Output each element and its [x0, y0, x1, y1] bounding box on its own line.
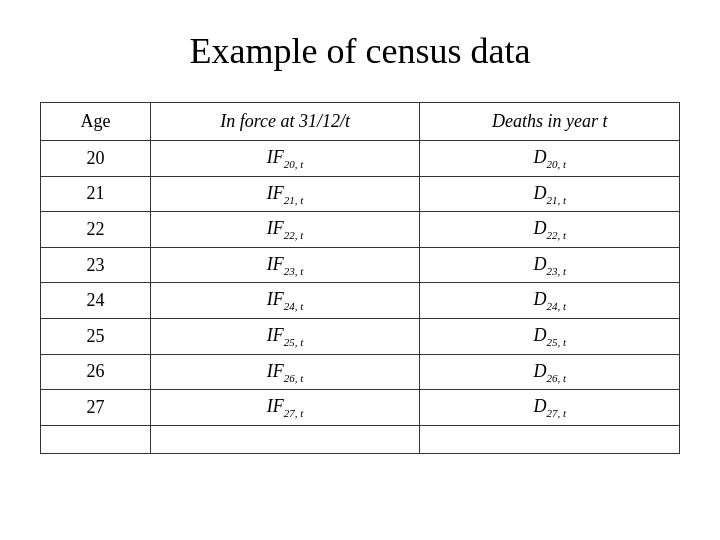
if-cell: IF21, t [150, 176, 420, 212]
d-cell: D27, t [420, 390, 680, 426]
col-header-age: Age [41, 103, 151, 141]
if-cell: IF25, t [150, 318, 420, 354]
if-cell: IF26, t [150, 354, 420, 390]
age-cell: 23 [41, 247, 151, 283]
d-cell: D23, t [420, 247, 680, 283]
table-row: 27IF27, tD27, t [41, 390, 680, 426]
d-cell: D20, t [420, 141, 680, 177]
age-cell: 22 [41, 212, 151, 248]
if-cell: IF24, t [150, 283, 420, 319]
table-row: 20IF20, tD20, t [41, 141, 680, 177]
d-cell: D22, t [420, 212, 680, 248]
table-row: 21IF21, tD21, t [41, 176, 680, 212]
d-cell: D24, t [420, 283, 680, 319]
age-cell: 26 [41, 354, 151, 390]
table-empty-row [41, 425, 680, 453]
if-cell: IF27, t [150, 390, 420, 426]
table-row: 24IF24, tD24, t [41, 283, 680, 319]
age-cell: 27 [41, 390, 151, 426]
if-cell: IF22, t [150, 212, 420, 248]
table-row: 22IF22, tD22, t [41, 212, 680, 248]
age-cell: 20 [41, 141, 151, 177]
age-cell: 24 [41, 283, 151, 319]
d-cell: D25, t [420, 318, 680, 354]
col-header-in-force: In force at 31/12/t [150, 103, 420, 141]
col-header-deaths: Deaths in year t [420, 103, 680, 141]
age-cell: 21 [41, 176, 151, 212]
census-table: Age In force at 31/12/t Deaths in year t… [40, 102, 680, 454]
page-title: Example of census data [190, 30, 531, 72]
table-header-row: Age In force at 31/12/t Deaths in year t [41, 103, 680, 141]
table-row: 23IF23, tD23, t [41, 247, 680, 283]
if-cell: IF20, t [150, 141, 420, 177]
age-cell: 25 [41, 318, 151, 354]
table-row: 26IF26, tD26, t [41, 354, 680, 390]
table-row: 25IF25, tD25, t [41, 318, 680, 354]
d-cell: D21, t [420, 176, 680, 212]
if-cell: IF23, t [150, 247, 420, 283]
d-cell: D26, t [420, 354, 680, 390]
